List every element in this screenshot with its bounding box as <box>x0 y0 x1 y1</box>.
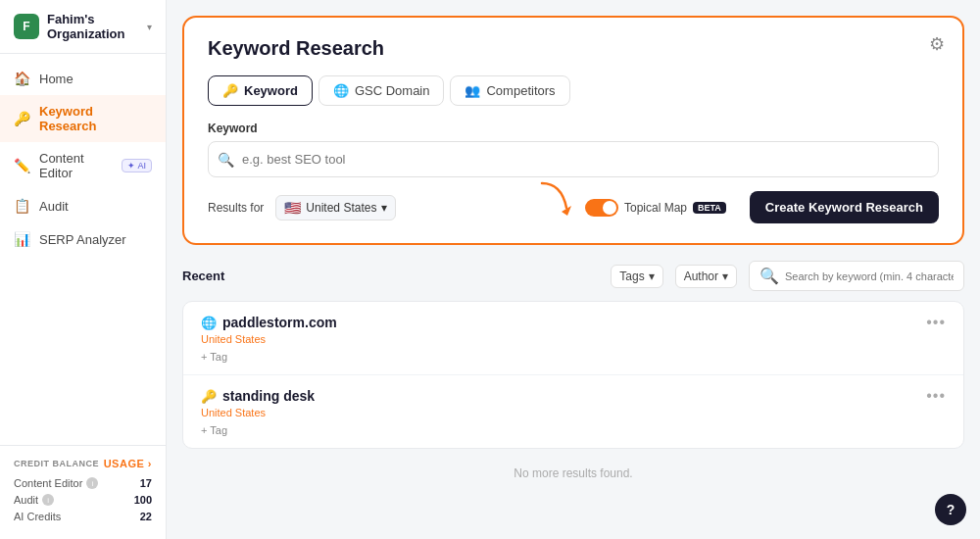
sidebar-item-content-editor[interactable]: ✏️ Content Editor✦ AI <box>0 142 166 189</box>
info-icon: i <box>42 494 54 506</box>
author-label: Author <box>684 270 718 283</box>
keyword-input-wrap: 🔍 <box>208 141 939 177</box>
topical-map-label: Topical Map <box>624 201 687 215</box>
sidebar-item-keyword-research[interactable]: 🔑 Keyword Research <box>0 95 166 142</box>
sidebar-item-serp-analyzer[interactable]: 📊 SERP Analyzer <box>0 222 166 256</box>
kr-bottom-row: Results for 🇺🇸 United States ▾ Topical M… <box>208 191 939 223</box>
result-name-text: standing desk <box>222 388 315 404</box>
recent-title: Recent <box>182 269 224 283</box>
org-name: Fahim's Organization <box>47 12 139 41</box>
sidebar-item-label: Content Editor <box>39 151 112 180</box>
no-more-results: No more results found. <box>182 449 964 498</box>
kr-tab-competitors[interactable]: 👥 Competitors <box>450 75 569 106</box>
credit-value: 17 <box>140 477 152 489</box>
recent-section: Recent Tags ▾ Author ▾ 🔍 🌐 paddlestorm.c… <box>182 261 964 498</box>
topical-map-wrap: Topical Map BETA <box>585 199 726 217</box>
kr-tab-gsc-domain[interactable]: 🌐 GSC Domain <box>318 75 445 106</box>
keyword-research-icon: 🔑 <box>14 111 29 126</box>
result-list: 🌐 paddlestorm.com ••• United States + Ta… <box>182 301 964 449</box>
kr-tabs: 🔑 Keyword🌐 GSC Domain👥 Competitors <box>208 75 939 106</box>
list-item: 🌐 paddlestorm.com ••• United States + Ta… <box>183 302 963 375</box>
chevron-down-icon: ▾ <box>381 201 387 215</box>
recent-header: Recent Tags ▾ Author ▾ 🔍 <box>182 261 964 291</box>
flag-icon: 🇺🇸 <box>284 200 301 216</box>
sidebar-item-label: SERP Analyzer <box>39 232 126 247</box>
sidebar-footer: CREDIT BALANCE Usage › Content Editori 1… <box>0 445 166 539</box>
result-item-name: 🌐 paddlestorm.com <box>201 315 337 330</box>
credit-row: Auditi 100 <box>14 494 152 506</box>
more-options-button[interactable]: ••• <box>926 314 946 331</box>
chevron-down-icon: ▾ <box>649 270 655 283</box>
sidebar: F Fahim's Organization ▾ 🏠 Home🔑 Keyword… <box>0 0 167 539</box>
recent-search-bar[interactable]: 🔍 <box>749 261 964 291</box>
kr-tab-keyword[interactable]: 🔑 Keyword <box>208 75 313 106</box>
sidebar-item-label: Home <box>39 72 74 86</box>
org-avatar: F <box>14 14 39 39</box>
kr-card-title: Keyword Research <box>208 37 939 60</box>
keyword-input[interactable] <box>208 141 939 177</box>
credit-row: Content Editori 17 <box>14 477 152 489</box>
credit-value: 100 <box>134 494 152 506</box>
kr-tab-label: Competitors <box>486 83 555 98</box>
gsc-domain-tab-icon: 🌐 <box>333 83 349 98</box>
info-icon: i <box>86 477 98 489</box>
add-tag-button[interactable]: + Tag <box>201 424 946 436</box>
result-location: United States <box>201 407 946 418</box>
topical-map-toggle[interactable] <box>585 199 618 217</box>
ai-badge: ✦ AI <box>122 159 152 172</box>
chevron-down-icon: ▾ <box>147 22 152 32</box>
result-location: United States <box>201 333 946 345</box>
home-icon: 🏠 <box>14 71 29 86</box>
credit-label: AI Credits <box>14 511 61 522</box>
credit-balance-label: CREDIT BALANCE Usage › <box>14 458 152 469</box>
result-item-name: 🔑 standing desk <box>201 388 315 404</box>
serp-analyzer-icon: 📊 <box>14 231 29 247</box>
results-for-label: Results for <box>208 201 264 215</box>
result-name-text: paddlestorm.com <box>222 315 337 330</box>
result-type-icon: 🔑 <box>201 389 217 404</box>
create-keyword-research-button[interactable]: Create Keyword Research <box>750 191 939 223</box>
list-item: 🔑 standing desk ••• United States + Tag <box>183 375 963 448</box>
country-select[interactable]: 🇺🇸 United States ▾ <box>275 195 396 220</box>
country-name: United States <box>306 201 376 215</box>
result-item-header: 🔑 standing desk ••• <box>201 387 946 405</box>
chevron-down-icon: ▾ <box>722 270 728 283</box>
beta-badge: BETA <box>693 202 726 214</box>
sidebar-item-audit[interactable]: 📋 Audit <box>0 189 166 222</box>
keyword-label: Keyword <box>208 122 939 135</box>
content-editor-icon: ✏️ <box>14 158 29 173</box>
search-icon: 🔍 <box>218 152 234 168</box>
audit-icon: 📋 <box>14 198 29 214</box>
sidebar-item-label: Keyword Research <box>39 104 152 133</box>
keyword-tab-icon: 🔑 <box>222 83 238 98</box>
search-icon: 🔍 <box>760 267 779 285</box>
competitors-tab-icon: 👥 <box>465 83 480 98</box>
arrow-icon <box>532 178 581 218</box>
result-type-icon: 🌐 <box>201 316 217 330</box>
nav-menu: 🏠 Home🔑 Keyword Research✏️ Content Edito… <box>0 54 166 445</box>
usage-link[interactable]: Usage › <box>104 458 152 469</box>
org-header[interactable]: F Fahim's Organization ▾ <box>0 0 166 54</box>
keyword-research-card: Keyword Research ⚙ 🔑 Keyword🌐 GSC Domain… <box>182 16 964 245</box>
add-tag-button[interactable]: + Tag <box>201 351 946 363</box>
settings-icon[interactable]: ⚙ <box>929 33 945 55</box>
credit-label: Auditi <box>14 494 54 506</box>
credit-value: 22 <box>140 511 152 522</box>
result-item-header: 🌐 paddlestorm.com ••• <box>201 314 946 331</box>
help-button[interactable]: ? <box>935 494 966 525</box>
kr-tab-label: GSC Domain <box>355 83 430 98</box>
tags-label: Tags <box>619 270 644 283</box>
author-filter-button[interactable]: Author ▾ <box>675 265 737 288</box>
toggle-thumb <box>603 201 616 215</box>
sidebar-item-label: Audit <box>39 199 69 214</box>
sidebar-item-home[interactable]: 🏠 Home <box>0 62 166 95</box>
tags-filter-button[interactable]: Tags ▾ <box>611 265 662 288</box>
kr-tab-label: Keyword <box>244 83 298 98</box>
more-options-button[interactable]: ••• <box>926 387 946 405</box>
main-content: Keyword Research ⚙ 🔑 Keyword🌐 GSC Domain… <box>167 0 980 539</box>
credit-row: AI Credits 22 <box>14 511 152 522</box>
recent-search-input[interactable] <box>785 270 954 282</box>
credit-label: Content Editori <box>14 477 98 489</box>
